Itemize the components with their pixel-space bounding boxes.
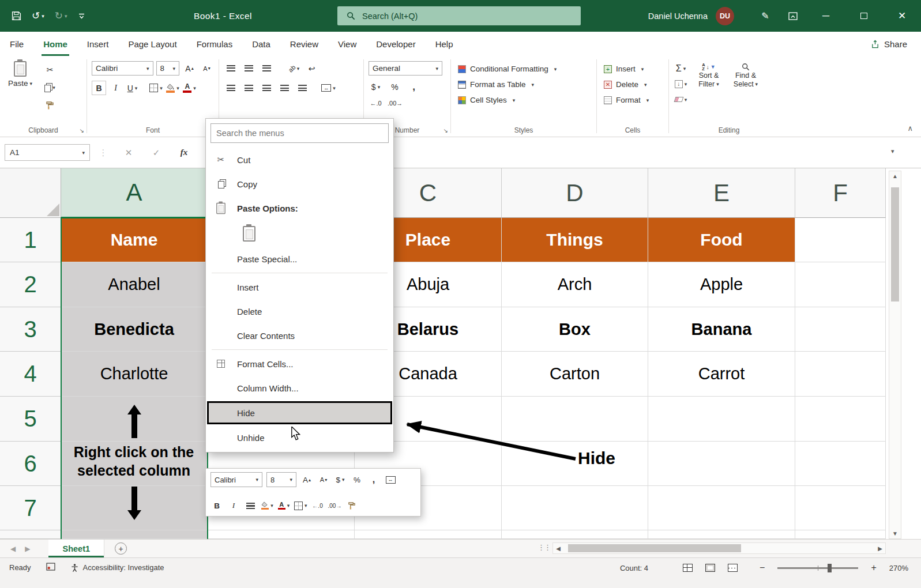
tab-formulas[interactable]: Formulas bbox=[187, 32, 243, 56]
page-layout-view-button[interactable] bbox=[705, 564, 715, 572]
cell-F1[interactable] bbox=[795, 218, 886, 262]
format-cells-button[interactable]: Format▾ bbox=[602, 92, 664, 108]
cell-F7[interactable] bbox=[795, 486, 886, 530]
menu-item-paste-special[interactable]: Paste Special... bbox=[206, 247, 393, 271]
middle-align-button[interactable] bbox=[242, 61, 256, 76]
row-header-6[interactable]: 6 bbox=[0, 442, 61, 486]
tab-data[interactable]: Data bbox=[242, 32, 280, 56]
clipboard-dialog-launcher[interactable]: ↘ bbox=[80, 127, 84, 134]
tab-help[interactable]: Help bbox=[426, 32, 463, 56]
tab-home[interactable]: Home bbox=[33, 32, 77, 56]
align-left-button[interactable] bbox=[224, 81, 238, 95]
column-header-E[interactable]: E bbox=[648, 168, 795, 218]
vertical-scroll-thumb[interactable] bbox=[891, 187, 899, 301]
name-box[interactable]: A1▾ bbox=[5, 144, 90, 161]
mini-format-painter-button[interactable] bbox=[345, 499, 358, 512]
menu-item-paste-button[interactable] bbox=[206, 220, 393, 247]
mini-font-color-button[interactable]: A ▾ bbox=[277, 499, 290, 512]
namebox-splitter[interactable]: ⋮ bbox=[93, 144, 113, 161]
row-header-3[interactable]: 3 bbox=[0, 307, 61, 352]
shrink-font-button[interactable]: A▾ bbox=[200, 61, 214, 76]
grow-font-button[interactable]: A▴ bbox=[182, 61, 197, 76]
minimize-button[interactable]: ─ bbox=[807, 0, 845, 32]
new-sheet-button[interactable]: + bbox=[115, 542, 127, 555]
number-format-select[interactable]: General▾ bbox=[369, 61, 442, 76]
font-size-select[interactable]: 8▾ bbox=[156, 61, 179, 76]
cell-A4[interactable]: Charlotte bbox=[61, 352, 208, 397]
tab-developer[interactable]: Developer bbox=[366, 32, 425, 56]
menu-item-clear-contents[interactable]: Clear Contents bbox=[206, 323, 393, 348]
bottom-align-button[interactable] bbox=[260, 61, 274, 76]
number-dialog-launcher[interactable]: ↘ bbox=[443, 127, 448, 134]
cell-E4[interactable]: Carrot bbox=[648, 352, 795, 397]
font-name-select[interactable]: Calibri▾ bbox=[92, 61, 153, 76]
percent-style-button[interactable]: % bbox=[388, 80, 402, 94]
column-header-A[interactable]: A bbox=[61, 168, 208, 218]
mini-percent-button[interactable]: % bbox=[351, 473, 363, 487]
tab-insert[interactable]: Insert bbox=[77, 32, 119, 56]
format-painter-button[interactable] bbox=[43, 98, 57, 112]
undo-button[interactable]: ↺▾ bbox=[29, 7, 47, 25]
mini-bold-button[interactable]: B bbox=[210, 499, 223, 512]
zoom-slider[interactable] bbox=[777, 567, 858, 569]
mini-font-size-select[interactable]: 8▾ bbox=[266, 472, 296, 487]
row-header-5[interactable]: 5 bbox=[0, 397, 61, 442]
cell-D6[interactable] bbox=[502, 442, 648, 486]
insert-function-button[interactable]: fx bbox=[174, 144, 194, 161]
cell-D8-partial[interactable] bbox=[502, 530, 648, 539]
mini-grow-font-button[interactable]: A▴ bbox=[300, 473, 313, 487]
horizontal-scroll-track[interactable] bbox=[563, 543, 875, 553]
accounting-format-button[interactable]: $▾ bbox=[369, 80, 383, 94]
increase-decimal-button[interactable]: ←.0 bbox=[369, 96, 383, 110]
page-break-view-button[interactable] bbox=[728, 564, 738, 572]
mini-merge-button[interactable]: ↔ bbox=[384, 473, 397, 487]
row-header-2[interactable]: 2 bbox=[0, 262, 61, 307]
cell-F3[interactable] bbox=[795, 307, 886, 352]
vertical-scrollbar[interactable]: ▲ ▼ bbox=[889, 171, 901, 539]
mini-comma-button[interactable]: , bbox=[367, 473, 380, 487]
cell-D3[interactable]: Box bbox=[502, 307, 648, 352]
search-input[interactable] bbox=[362, 12, 552, 21]
cell-F6[interactable] bbox=[795, 442, 886, 486]
macro-record-button[interactable] bbox=[46, 563, 55, 572]
increase-indent-button[interactable] bbox=[295, 81, 310, 95]
redo-button[interactable]: ↻▾ bbox=[52, 7, 70, 25]
cell-B8-partial[interactable] bbox=[208, 530, 355, 539]
decrease-decimal-button[interactable]: .00→ bbox=[388, 96, 403, 110]
mini-shrink-font-button[interactable]: A▾ bbox=[317, 473, 330, 487]
cell-E6[interactable] bbox=[648, 442, 795, 486]
mini-borders-button[interactable]: ▾ bbox=[294, 499, 307, 512]
mini-fill-color-button[interactable]: ▾ bbox=[261, 499, 273, 512]
merge-center-button[interactable]: ↔▾ bbox=[321, 81, 336, 95]
tab-page-layout[interactable]: Page Layout bbox=[118, 32, 186, 56]
cell-F8-partial[interactable] bbox=[795, 530, 886, 539]
fill-button[interactable]: ↓▾ bbox=[674, 77, 688, 91]
cell-D2[interactable]: Arch bbox=[502, 262, 648, 307]
comma-style-button[interactable]: , bbox=[407, 80, 421, 94]
accessibility-status[interactable]: Accessibility: Investigate bbox=[70, 563, 164, 572]
cell-F4[interactable] bbox=[795, 352, 886, 397]
cell-E8-partial[interactable] bbox=[648, 530, 795, 539]
row-header-4[interactable]: 4 bbox=[0, 352, 61, 397]
horizontal-scrollbar[interactable]: ◀ ▶ bbox=[552, 542, 886, 554]
align-right-button[interactable] bbox=[260, 81, 274, 95]
align-center-button[interactable] bbox=[242, 81, 256, 95]
format-as-table-button[interactable]: Format as Table▾ bbox=[456, 77, 592, 92]
cell-D7[interactable] bbox=[502, 486, 648, 530]
cell-E7[interactable] bbox=[648, 486, 795, 530]
cell-D4[interactable]: Carton bbox=[502, 352, 648, 397]
mini-accounting-button[interactable]: $▾ bbox=[334, 473, 347, 487]
menu-item-copy[interactable]: Copy bbox=[206, 172, 393, 196]
fill-color-button[interactable]: ▾ bbox=[166, 81, 180, 95]
delete-cells-button[interactable]: ✕ Delete▾ bbox=[602, 77, 664, 92]
paste-button[interactable]: Paste▾ bbox=[5, 61, 36, 112]
bold-button[interactable]: B bbox=[92, 81, 106, 95]
cell-F5[interactable] bbox=[795, 397, 886, 442]
menu-item-insert[interactable]: Insert bbox=[206, 275, 393, 299]
menu-item-delete[interactable]: Delete bbox=[206, 299, 393, 323]
tab-file[interactable]: File bbox=[0, 32, 33, 56]
menu-item-hide[interactable]: Hide bbox=[207, 401, 392, 424]
sort-filter-button[interactable]: AZ ↓▼ Sort & Filter▾ bbox=[693, 61, 725, 107]
orientation-button[interactable]: ab▾ bbox=[287, 61, 301, 76]
menu-item-column-width[interactable]: Column Width... bbox=[206, 376, 393, 400]
